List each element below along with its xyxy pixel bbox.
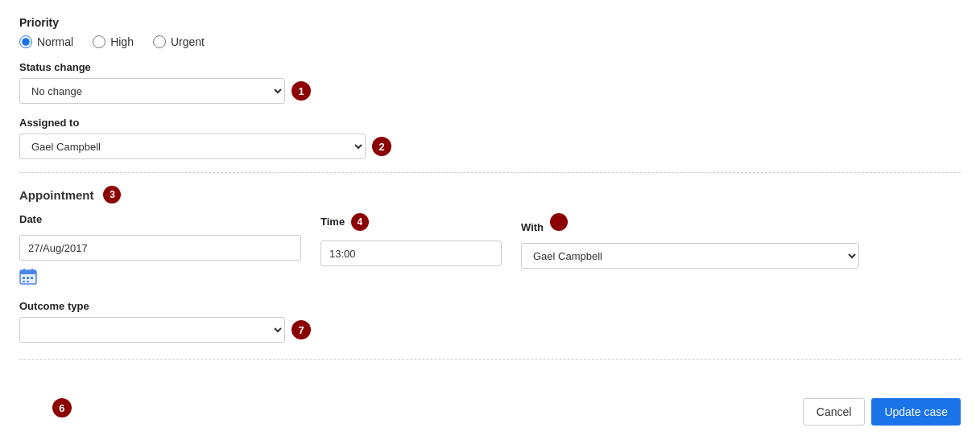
svg-rect-6 [31, 277, 33, 279]
status-change-badge: 1 [292, 81, 311, 101]
priority-urgent-option[interactable]: Urgent [153, 35, 205, 48]
appointment-badge: 3 [103, 186, 121, 204]
with-select[interactable]: Gael Campbell Other Staff [521, 243, 859, 269]
calendar-icon[interactable] [19, 269, 301, 287]
with-badge [550, 213, 568, 231]
priority-urgent-radio[interactable] [153, 35, 166, 48]
footer-buttons: 6 Cancel Update case [33, 392, 980, 432]
date-label: Date [19, 213, 301, 225]
cancel-button[interactable]: Cancel [803, 398, 866, 426]
outcome-type-badge: 7 [292, 320, 311, 339]
priority-normal-label: Normal [37, 35, 73, 48]
svg-rect-8 [27, 281, 29, 282]
priority-urgent-label: Urgent [171, 35, 205, 48]
time-label: Time 4 [320, 213, 502, 231]
priority-high-label: High [110, 35, 134, 48]
svg-rect-7 [23, 281, 25, 282]
time-input[interactable] [320, 241, 502, 266]
with-field-group: With Gael Campbell Other Staff [521, 213, 859, 269]
priority-high-option[interactable]: High [93, 35, 134, 48]
footer-badge: 6 [52, 398, 72, 417]
date-input[interactable] [19, 235, 301, 261]
date-field-group: Date [19, 213, 301, 287]
outcome-type-label: Outcome type [19, 300, 961, 312]
assigned-to-label: Assigned to [19, 117, 961, 129]
assigned-to-badge: 2 [372, 137, 391, 156]
appointment-title: Appointment 3 [19, 186, 961, 204]
time-field-group: Time 4 [320, 213, 502, 266]
section-divider-2 [19, 359, 961, 360]
priority-high-radio[interactable] [93, 35, 105, 48]
priority-normal-option[interactable]: Normal [19, 35, 73, 48]
update-case-button[interactable]: Update case [871, 398, 961, 426]
assigned-to-select[interactable]: Gael Campbell Other Staff [19, 134, 366, 159]
priority-normal-radio[interactable] [19, 35, 32, 48]
status-change-select[interactable]: No change Open Closed Pending [19, 78, 285, 104]
svg-rect-4 [23, 277, 25, 279]
section-divider-1 [19, 172, 961, 173]
svg-rect-1 [20, 270, 36, 274]
priority-label: Priority [19, 16, 961, 29]
outcome-type-select[interactable]: Option 1 Option 2 [19, 317, 285, 343]
with-label: With [521, 213, 859, 233]
time-badge: 4 [351, 213, 369, 231]
status-change-label: Status change [19, 61, 961, 73]
svg-rect-5 [27, 277, 29, 279]
